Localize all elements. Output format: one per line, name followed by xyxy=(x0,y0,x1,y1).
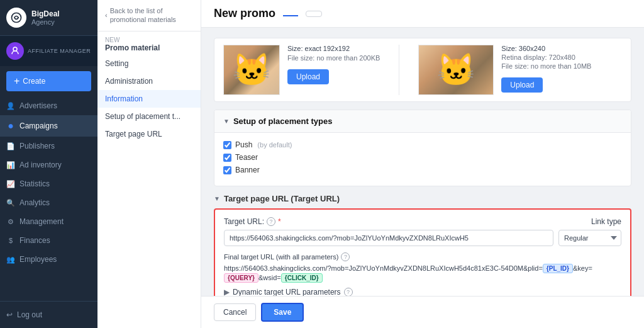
push-checkbox[interactable] xyxy=(223,141,231,149)
sidebar-item-campaigns[interactable]: ● Campaigns xyxy=(0,115,97,137)
publishers-icon: 📄 xyxy=(6,142,15,150)
image-upload-section: Size: exact 192x192 File size: no more t… xyxy=(214,38,631,102)
statistics-icon: 📈 xyxy=(6,180,15,188)
analytics-icon: 🔍 xyxy=(6,199,15,207)
link-type-select[interactable]: Regular Iframe Redirect xyxy=(558,230,621,246)
sub-nav-information[interactable]: Information xyxy=(97,90,201,108)
final-url-info-icon[interactable]: ? xyxy=(341,252,350,261)
logo: BigDeal Agency xyxy=(0,0,97,36)
image-separator xyxy=(399,45,399,95)
main-body: Size: exact 192x192 File size: no more t… xyxy=(201,28,644,296)
teaser-checkbox[interactable] xyxy=(223,154,231,162)
main-content: New promo Size: exact 192x192 File size:… xyxy=(201,0,644,328)
image-preview-right xyxy=(418,45,494,95)
avatar xyxy=(6,42,24,60)
employees-icon: 👥 xyxy=(6,256,15,264)
dynamic-chevron-icon: ▶ xyxy=(224,288,230,296)
link-type-label: Link type xyxy=(591,217,621,226)
page-title: New promo xyxy=(214,7,275,20)
create-button[interactable]: Create xyxy=(6,71,91,91)
sidebar-footer: ↩ Log out xyxy=(0,301,97,328)
dynamic-params-row[interactable]: ▶ Dynamic target URL parameters ? xyxy=(224,288,621,296)
banner-checkbox-row: Banner xyxy=(223,166,622,174)
image-info-right: Size: 360x240 Retina display: 720x480 Fi… xyxy=(501,45,591,93)
push-checkbox-row: Push (by default) xyxy=(223,140,622,149)
final-url-label: Final target URL (with all parameters) ? xyxy=(224,252,621,261)
target-url-section: ▼ Target page URL (Target URL) Target UR… xyxy=(214,194,631,296)
campaigns-icon: ● xyxy=(6,120,15,132)
sub-sidebar: ‹ Back to the list of promotional materi… xyxy=(97,0,201,328)
back-link[interactable]: ‹ Back to the list of promotional materi… xyxy=(97,0,201,31)
sidebar-item-finances[interactable]: $ Finances xyxy=(0,231,97,250)
sidebar: BigDeal Agency AFFILIATE MANAGER Create … xyxy=(0,0,97,328)
sidebar-item-advertisers[interactable]: 👤 Advertisers xyxy=(0,96,97,115)
url-input-row: Regular Iframe Redirect xyxy=(224,230,621,246)
final-url-container: Final target URL (with all parameters) ?… xyxy=(224,252,621,283)
sub-nav-setup-placement[interactable]: Setup of placement t... xyxy=(97,108,201,125)
target-url-input[interactable] xyxy=(224,230,553,246)
final-url-text: https://564063.shakingclicks.com/?mob=Jo… xyxy=(224,264,621,283)
logo-icon xyxy=(6,8,26,28)
nav-menu: 👤 Advertisers ● Campaigns 📄 Publishers 📊… xyxy=(0,96,97,301)
cat-image-right xyxy=(419,45,493,94)
logo-text: BigDeal Agency xyxy=(31,9,60,26)
image-preview-left xyxy=(223,45,280,95)
advertisers-icon: 👤 xyxy=(6,102,15,110)
svg-point-0 xyxy=(12,13,21,23)
management-icon: ⚙ xyxy=(6,218,15,226)
logout-icon: ↩ xyxy=(6,310,13,319)
dynamic-params-label: Dynamic target URL parameters xyxy=(233,288,341,296)
sidebar-item-analytics[interactable]: 🔍 Analytics xyxy=(0,193,97,212)
sub-section-label: New Promo material xyxy=(97,31,201,55)
sub-nav-administration[interactable]: Administration xyxy=(97,72,201,90)
push-default-note: (by default) xyxy=(257,141,292,149)
finances-icon: $ xyxy=(6,237,15,244)
save-button[interactable]: Save xyxy=(261,303,304,322)
required-star: * xyxy=(278,217,281,226)
target-url-box: Target URL: ? * Link type Regular Iframe… xyxy=(214,208,631,296)
upload-button-left[interactable]: Upload xyxy=(287,69,329,84)
click-id-param: {CLICK_ID} xyxy=(281,273,323,283)
placement-types-header[interactable]: ▼ Setup of placement types xyxy=(214,110,631,133)
main-footer: Cancel Save xyxy=(201,296,644,328)
url-label-row: Target URL: ? * Link type xyxy=(224,217,621,226)
sidebar-item-publishers[interactable]: 📄 Publishers xyxy=(0,137,97,156)
target-url-label: Target URL: ? * xyxy=(224,217,281,226)
sidebar-item-employees[interactable]: 👥 Employees xyxy=(0,250,97,269)
banner-label: Banner xyxy=(235,166,260,174)
cancel-button[interactable]: Cancel xyxy=(214,303,256,321)
placement-types-section: ▼ Setup of placement types Push (by defa… xyxy=(214,110,631,186)
ad-inventory-icon: 📊 xyxy=(6,161,15,169)
push-label: Push xyxy=(235,140,252,149)
tab-button-2[interactable] xyxy=(306,11,322,17)
main-header: New promo xyxy=(201,0,644,28)
sidebar-item-ad-inventory[interactable]: 📊 Ad inventory xyxy=(0,156,97,174)
cat-image-left xyxy=(224,45,279,94)
teaser-checkbox-row: Teaser xyxy=(223,153,622,162)
user-role: AFFILIATE MANAGER xyxy=(28,48,91,54)
url-info-icon[interactable]: ? xyxy=(267,217,275,226)
teaser-label: Teaser xyxy=(235,153,258,162)
image-box-right: Size: 360x240 Retina display: 720x480 Fi… xyxy=(418,45,591,95)
placement-types-title: Setup of placement types xyxy=(233,116,332,126)
target-section-header[interactable]: ▼ Target page URL (Target URL) xyxy=(214,194,631,203)
target-collapse-icon: ▼ xyxy=(214,195,220,202)
target-section-title: Target page URL (Target URL) xyxy=(224,194,340,203)
collapse-icon: ▼ xyxy=(223,118,230,125)
back-icon: ‹ xyxy=(105,11,108,19)
logout-item[interactable]: ↩ Log out xyxy=(6,307,91,323)
placement-types-body: Push (by default) Teaser Banner xyxy=(214,133,631,186)
banner-checkbox[interactable] xyxy=(223,166,231,174)
image-info-left: Size: exact 192x192 File size: no more t… xyxy=(287,45,380,84)
upload-button-right[interactable]: Upload xyxy=(501,77,543,93)
sub-nav-target-page[interactable]: Target page URL xyxy=(97,125,201,143)
user-section: AFFILIATE MANAGER xyxy=(0,36,97,66)
sub-nav-setting[interactable]: Setting xyxy=(97,55,201,72)
query-param: {QUERY} xyxy=(224,273,258,283)
tab-button-1[interactable] xyxy=(283,11,298,16)
image-box-left: Size: exact 192x192 File size: no more t… xyxy=(223,45,380,95)
sidebar-item-management[interactable]: ⚙ Management xyxy=(0,212,97,231)
pl-id-param: {PL_ID} xyxy=(543,264,573,273)
dynamic-info-icon[interactable]: ? xyxy=(344,288,353,296)
sidebar-item-statistics[interactable]: 📈 Statistics xyxy=(0,174,97,193)
